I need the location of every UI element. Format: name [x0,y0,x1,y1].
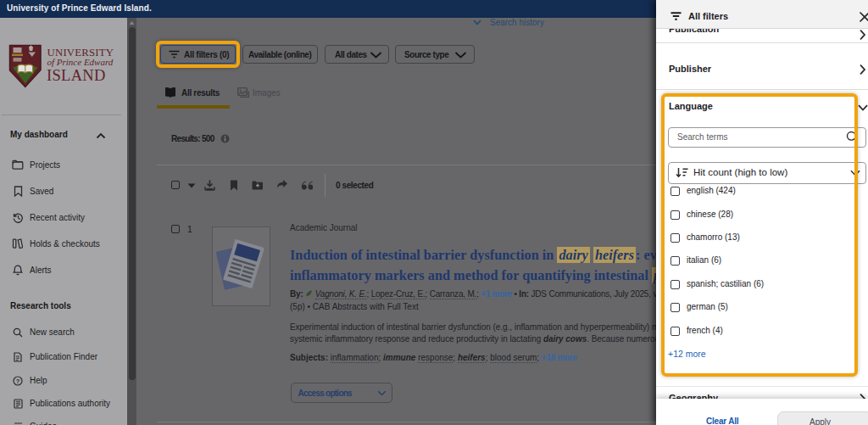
svg-text:of Prince Edward: of Prince Edward [47,57,114,67]
svg-text:ISLAND: ISLAND [47,67,106,84]
svg-text:?: ? [16,377,20,385]
